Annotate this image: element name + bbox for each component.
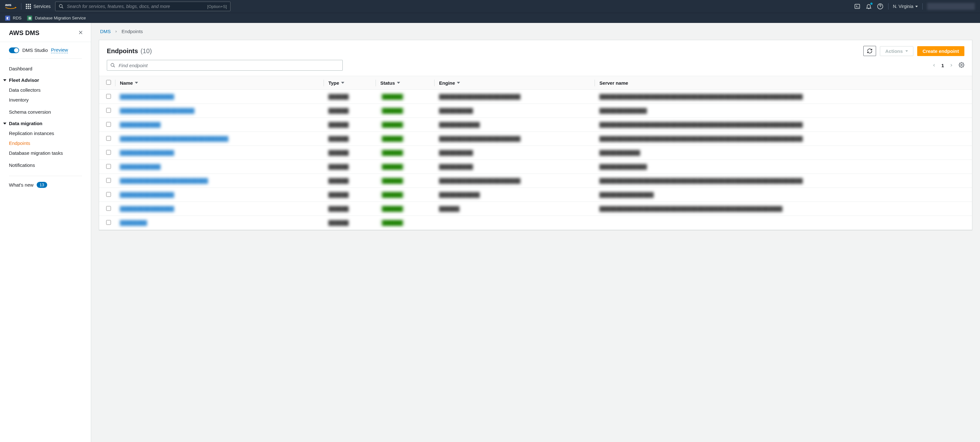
refresh-button[interactable] (863, 46, 876, 56)
divider (21, 3, 21, 10)
header-right: N. Virginia (854, 3, 975, 10)
table-row: ████████████████████████████████████████… (99, 160, 972, 174)
cloudshell-icon[interactable] (854, 3, 861, 10)
notifications-icon[interactable] (865, 3, 872, 10)
find-endpoint-input[interactable] (119, 63, 339, 68)
notification-badge (870, 3, 873, 5)
whats-new-label: What's new (9, 182, 33, 188)
endpoint-type: ██████ (328, 192, 349, 197)
dms-studio-toggle[interactable] (9, 48, 19, 53)
row-checkbox[interactable] (106, 150, 111, 155)
table-row: ████████████████████████████████████████… (99, 202, 972, 216)
endpoint-type: ██████ (328, 206, 349, 211)
sidebar-item-label: Database migration tasks (9, 150, 63, 156)
endpoint-name-link[interactable]: ████████████ (120, 122, 161, 127)
endpoint-type: ██████ (328, 164, 349, 170)
services-menu-button[interactable]: Services (26, 4, 51, 9)
help-icon[interactable] (877, 3, 884, 10)
sidebar-item-migration-tasks[interactable]: Database migration tasks (9, 148, 91, 158)
create-endpoint-button[interactable]: Create endpoint (917, 46, 964, 56)
col-server[interactable]: Server name (595, 76, 972, 90)
sidebar-item-label: Inventory (9, 97, 29, 103)
svg-text:aws: aws (5, 3, 11, 7)
sidebar-item-schema-conversion[interactable]: Schema conversion (9, 105, 91, 117)
endpoint-engine: ████████████████████████ (439, 94, 520, 99)
endpoints-table: Name Type Status Engine Server name ████… (99, 76, 972, 230)
preview-badge[interactable]: Preview (51, 47, 68, 53)
select-all-checkbox[interactable] (106, 80, 111, 85)
aws-logo[interactable]: aws (5, 3, 17, 10)
endpoint-status-badge: ██████ (380, 93, 404, 100)
endpoint-server: ████████████████████████████████████████… (599, 206, 782, 211)
row-checkbox[interactable] (106, 122, 111, 127)
row-checkbox[interactable] (106, 192, 111, 197)
col-name[interactable]: Name (115, 76, 324, 90)
global-search[interactable]: [Option+S] (55, 2, 231, 11)
account-menu[interactable] (927, 3, 975, 10)
gear-icon (959, 62, 964, 68)
chevron-down-icon (905, 50, 908, 52)
col-type[interactable]: Type (324, 76, 376, 90)
sidebar-heading-fleet-advisor[interactable]: Fleet Advisor (9, 74, 91, 85)
col-engine[interactable]: Engine (434, 76, 595, 90)
divider (922, 3, 923, 10)
search-input[interactable] (67, 4, 204, 9)
sort-icon (397, 82, 400, 84)
col-label: Server name (599, 80, 628, 86)
chevron-right-icon (115, 29, 118, 34)
region-selector[interactable]: N. Virginia (893, 4, 918, 9)
endpoint-name-link[interactable]: ██████████████████████ (120, 108, 194, 113)
endpoint-status-badge: ██████ (380, 192, 404, 198)
endpoint-status-badge: ██████ (380, 149, 404, 156)
endpoint-name-link[interactable]: ████████████████ (120, 150, 174, 155)
sidebar-item-inventory[interactable]: Inventory (9, 95, 91, 105)
row-checkbox[interactable] (106, 220, 111, 225)
page-prev-button[interactable] (932, 63, 936, 68)
row-checkbox[interactable] (106, 206, 111, 211)
sidebar-item-replication-instances[interactable]: Replication instances (9, 128, 91, 138)
svc-label: RDS (13, 16, 21, 21)
svc-link-rds[interactable]: ◧ RDS (5, 16, 21, 21)
row-checkbox[interactable] (106, 94, 111, 99)
close-icon (78, 30, 83, 35)
col-status[interactable]: Status (376, 76, 434, 90)
endpoint-type: ██████ (328, 178, 349, 184)
endpoint-status-badge: ██████ (380, 121, 404, 128)
endpoints-panel: Endpoints (10) Actions Create endpoint (99, 40, 972, 230)
find-endpoint-search[interactable] (107, 60, 343, 71)
endpoint-name-link[interactable]: ████████ (120, 220, 147, 225)
sidebar-item-data-collectors[interactable]: Data collectors (9, 85, 91, 95)
dms-icon: ▦ (27, 16, 32, 21)
svg-point-9 (961, 64, 963, 66)
endpoint-name-link[interactable]: ████████████████ (120, 94, 174, 99)
sidebar-whats-new[interactable]: What's new 13 (0, 176, 91, 193)
table-settings-button[interactable] (959, 62, 964, 69)
service-nav-bar: ◧ RDS ▦ Database Migration Service (0, 13, 980, 23)
page-next-button[interactable] (949, 63, 953, 68)
sidebar-item-dashboard[interactable]: Dashboard (9, 64, 91, 74)
endpoint-type: ██████ (328, 94, 349, 99)
row-checkbox[interactable] (106, 178, 111, 183)
endpoint-type: ██████ (328, 108, 349, 113)
breadcrumb-root[interactable]: DMS (100, 29, 111, 34)
sidebar-heading-data-migration[interactable]: Data migration (9, 117, 91, 128)
endpoint-name-link[interactable]: ████████████████ (120, 206, 174, 211)
actions-dropdown[interactable]: Actions (880, 46, 913, 56)
sidebar-item-notifications[interactable]: Notifications (9, 158, 91, 170)
sidebar-item-label: Data migration (9, 121, 42, 126)
endpoint-name-link[interactable]: ████████████ (120, 164, 161, 170)
sidebar-close-button[interactable] (78, 30, 83, 36)
whats-new-count: 13 (37, 182, 47, 188)
endpoint-name-link[interactable]: ████████████████ (120, 192, 174, 197)
endpoint-name-link[interactable]: ████████████████████████████████ (120, 136, 228, 141)
svc-link-dms[interactable]: ▦ Database Migration Service (27, 16, 86, 21)
svg-line-8 (113, 66, 115, 67)
row-checkbox[interactable] (106, 108, 111, 113)
sidebar-nav: Dashboard Fleet Advisor Data collectors … (0, 59, 91, 171)
row-checkbox[interactable] (106, 164, 111, 169)
sidebar-item-endpoints[interactable]: Endpoints (9, 138, 91, 148)
endpoint-server: ████████████ (599, 150, 640, 155)
row-checkbox[interactable] (106, 136, 111, 141)
table-row: ████████████████████████████████████████… (99, 90, 972, 104)
endpoint-name-link[interactable]: ██████████████████████████ (120, 178, 208, 184)
